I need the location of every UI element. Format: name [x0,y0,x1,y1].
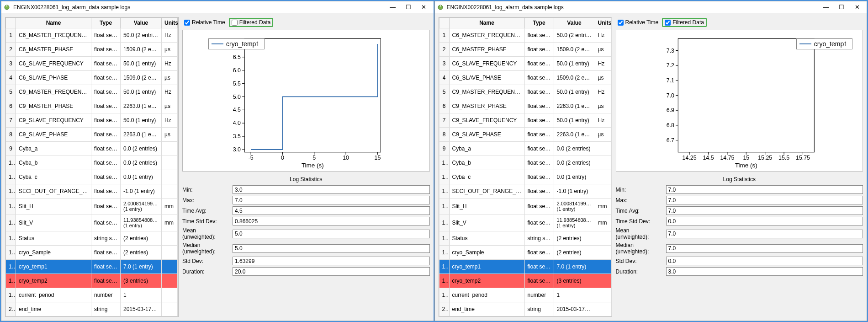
relative-time-checkbox[interactable]: Relative Time [182,19,227,26]
table-row[interactable]: 19 current_period number 1 [6,288,178,302]
stat-label: Duration: [616,268,666,275]
table-row[interactable]: 13 Slit_H float series 2.000814199447632… [439,198,611,215]
row-units [162,184,178,198]
stat-value-mean[interactable] [666,230,863,238]
maximize-button[interactable]: ☐ [401,2,416,12]
stat-value-min[interactable] [666,185,863,194]
col-type[interactable]: Type [91,18,121,28]
filtered-data-checkbox[interactable]: Filtered Data [229,18,274,27]
table-row[interactable]: 16 cryo_Sample float series (2 entries) [6,245,178,259]
row-units [162,288,178,302]
table-row[interactable]: 15 Status string series (2 entries) [439,231,611,245]
stat-value-time_avg[interactable] [666,206,863,215]
svg-text:Time (s): Time (s) [302,162,324,169]
table-row[interactable]: 4 C6_SLAVE_PHASE float series 1509.0 (2 … [6,70,178,85]
table-row[interactable]: 19 current_period number 1 [439,288,611,302]
stat-value-max[interactable] [666,196,863,204]
log-table[interactable]: Name Type Value Units 1 C6_MASTER_FREQUE… [439,17,611,317]
table-row[interactable]: 20 end_time string 2015-03-17T12:55:29 [439,302,611,316]
row-name: cryo_temp1 [16,259,91,274]
table-row[interactable]: 18 cryo_temp2 float series (3 entries) [6,274,178,288]
table-row[interactable]: 1 C6_MASTER_FREQUENCY float series 50.0 … [6,28,178,43]
table-row[interactable]: 9 Cyba_a float series 0.0 (2 entries) [6,141,178,156]
table-row[interactable]: 2 C6_MASTER_PHASE float series 1509.0 (2… [6,42,178,56]
table-row[interactable]: 10 Cyba_b float series 0.0 (2 entries) [6,156,178,170]
row-index: 16 [6,245,16,259]
row-type: float series [91,28,121,43]
stat-value-mean[interactable] [233,230,430,238]
table-row[interactable]: 10 Cyba_b float series 0.0 (2 entries) [439,156,611,170]
titlebar[interactable]: ENGINX00228061_log_alarm_data sample log… [435,1,867,13]
row-type: float series [91,198,121,215]
table-row[interactable]: 17 cryo_temp1 float series 7.0 (1 entry) [439,259,611,274]
col-idx[interactable] [439,18,449,28]
table-row[interactable]: 3 C6_SLAVE_FREQUENCY float series 50.0 (… [6,56,178,70]
col-type[interactable]: Type [524,18,554,28]
table-row[interactable]: 12 SECI_OUT_OF_RANGE_BLOCK float series … [439,184,611,198]
table-row[interactable]: 6 C9_MASTER_PHASE float series 2263.0 (1… [6,99,178,113]
maximize-button[interactable]: ☐ [834,2,849,12]
table-row[interactable]: 5 C9_MASTER_FREQUENCY float series 50.0 … [439,85,611,99]
table-row[interactable]: 8 C9_SLAVE_PHASE float series 2263.0 (1 … [6,127,178,141]
stat-value-min[interactable] [233,185,430,194]
table-row[interactable]: 1 C6_MASTER_FREQUENCY float series 50.0 … [439,28,611,43]
col-units[interactable]: Units [595,18,611,28]
stat-value-time_std[interactable] [666,217,863,225]
titlebar[interactable]: ENGINX00228061_log_alarm_data sample log… [1,1,434,13]
col-name[interactable]: Name [449,18,524,28]
col-units[interactable]: Units [162,18,178,28]
table-row[interactable]: 7 C9_SLAVE_FREQUENCY float series 50.0 (… [6,113,178,127]
stat-value-median[interactable] [666,244,863,253]
close-button[interactable]: ✕ [849,2,865,12]
filtered-data-checkbox[interactable]: Filtered Data [662,18,707,27]
table-row[interactable]: 5 C9_MASTER_FREQUENCY float series 50.0 … [6,85,178,99]
table-row[interactable]: 15 Status string series (2 entries) [6,231,178,245]
table-row[interactable]: 20 end_time string 2015-03-17T12:55:29 [6,302,178,316]
col-value[interactable]: Value [121,18,162,28]
scrollbar[interactable] [611,17,612,317]
table-row[interactable]: 9 Cyba_a float series 0.0 (2 entries) [439,141,611,156]
table-row[interactable]: 14 Slit_V float series 11.93854808807373… [6,215,178,231]
row-value: (3 entries) [554,274,595,288]
close-button[interactable]: ✕ [416,2,432,12]
col-name[interactable]: Name [16,18,91,28]
log-table[interactable]: Name Type Value Units 1 C6_MASTER_FREQUE… [5,17,178,317]
table-row[interactable]: 2 C6_MASTER_PHASE float series 1509.0 (2… [439,42,611,56]
minimize-button[interactable]: — [385,2,401,12]
row-units [595,170,611,184]
svg-text:5.0: 5.0 [233,94,241,100]
stat-value-std[interactable] [233,257,430,265]
row-index: 9 [6,141,16,156]
table-row[interactable]: 6 C9_MASTER_PHASE float series 2263.0 (1… [439,99,611,113]
table-row[interactable]: 16 cryo_Sample float series (2 entries) [439,245,611,259]
row-index: 7 [439,113,449,127]
table-row[interactable]: 4 C6_SLAVE_PHASE float series 1509.0 (2 … [439,70,611,85]
row-index: 12 [439,184,449,198]
table-row[interactable]: 11 Cyba_c float series 0.0 (1 entry) [6,170,178,184]
table-row[interactable]: 8 C9_SLAVE_PHASE float series 2263.0 (1 … [439,127,611,141]
stat-value-std[interactable] [666,257,863,265]
row-index: 13 [439,198,449,215]
minimize-button[interactable]: — [818,2,834,12]
table-row[interactable]: 12 SECI_OUT_OF_RANGE_BLOCK float series … [6,184,178,198]
table-row[interactable]: 13 Slit_H float series 2.000814199447632… [6,198,178,215]
relative-time-checkbox[interactable]: Relative Time [616,19,661,26]
table-row[interactable]: 7 C9_SLAVE_FREQUENCY float series 50.0 (… [439,113,611,127]
stat-value-time_std[interactable] [233,217,430,225]
stat-value-time_avg[interactable] [233,206,430,215]
table-row[interactable]: 17 cryo_temp1 float series 7.0 (1 entry) [6,259,178,274]
scrollbar[interactable] [178,17,178,317]
stat-value-median[interactable] [233,244,430,253]
stat-value-duration[interactable] [233,267,430,276]
table-row[interactable]: 11 Cyba_c float series 0.0 (1 entry) [439,170,611,184]
chart: -50510153.03.54.04.55.05.56.06.57.0Time … [182,30,430,172]
col-value[interactable]: Value [554,18,595,28]
table-row[interactable]: 18 cryo_temp2 float series (3 entries) [439,274,611,288]
table-row[interactable]: 3 C6_SLAVE_FREQUENCY float series 50.0 (… [439,56,611,70]
stat-value-max[interactable] [233,196,430,204]
row-value: 0.0 (2 entries) [121,141,162,156]
table-row[interactable]: 14 Slit_V float series 11.93854808807373… [439,215,611,231]
col-idx[interactable] [6,18,16,28]
row-type: float series [524,42,554,56]
stat-value-duration[interactable] [666,267,863,276]
